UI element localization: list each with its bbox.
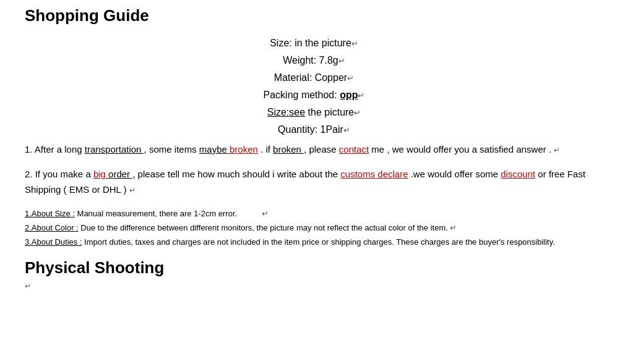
small-notes: 1.About Size : Manual measurement, there… <box>25 206 603 250</box>
note3-text: Import duties, taxes and charges are not… <box>82 237 555 247</box>
paragraph-1: 1. After a long transportation , some it… <box>25 142 603 158</box>
p2-order: order , <box>106 169 135 179</box>
p1-transportation: transportation , <box>85 144 147 154</box>
p1-contact: contact <box>339 144 369 154</box>
note1-label: 1.About Size : <box>25 209 75 218</box>
paragraph-2: 2. If you make a big order , please tell… <box>25 166 603 198</box>
note-1: 1.About Size : Manual measurement, there… <box>25 206 603 221</box>
note1-text: Manual measurement, there are 1-2cm erro… <box>75 209 237 218</box>
spec-size: Size: in the picture↵ <box>25 38 603 49</box>
packing-label: Packing method: <box>264 90 340 100</box>
p2-pre: 2. If you make a <box>25 169 93 179</box>
p1-broken1: broken <box>227 144 258 154</box>
material-text: Material: Copper <box>274 72 347 83</box>
p1-post: me , we would offer you a satisfied answ… <box>369 144 551 154</box>
p2-mid1: please tell me how much should i write a… <box>135 169 340 179</box>
weight-text: Weight: 7.8g <box>283 55 338 66</box>
p1-mid1: some items <box>147 144 199 154</box>
p1-broken2: broken , <box>273 144 306 154</box>
p1-mid2: . if <box>258 144 273 154</box>
sizeref-rest: the picture <box>305 107 354 117</box>
packing-value: opp <box>340 90 358 100</box>
note2-label: 2.About Color : <box>25 223 79 232</box>
quantity-text: Quantity: 1Pair <box>278 124 343 135</box>
note3-label: 3.About Duties : <box>25 237 82 247</box>
spec-weight: Weight: 7.8g↵ <box>25 55 603 66</box>
p1-pre: 1. After a long <box>25 144 85 154</box>
physical-shooting-return: ↵ <box>25 280 603 290</box>
note2-text: Due to the difference between different … <box>79 223 448 232</box>
p1-mid3: please <box>306 144 339 154</box>
p1-maybe: maybe <box>199 144 227 154</box>
p2-customs: customs declare <box>340 169 408 179</box>
note-3: 3.About Duties : Import duties, taxes an… <box>25 235 603 249</box>
spec-packing: Packing method: opp↵ <box>25 90 603 101</box>
sizeref-underline: Size:see <box>267 107 305 117</box>
p2-mid2: .we would offer some <box>408 169 501 179</box>
p2-big: big <box>93 169 106 179</box>
spec-material: Material: Copper↵ <box>25 72 603 83</box>
physical-shooting-title: Physical Shooting <box>25 258 603 277</box>
p2-discount: discount <box>501 169 535 179</box>
note-2: 2.About Color : Due to the difference be… <box>25 221 603 235</box>
spec-quantity: Quantity: 1Pair↵ <box>25 124 603 135</box>
page-title: Shopping Guide <box>25 6 603 25</box>
spec-sizeref: Size:see the picture↵ <box>25 107 603 118</box>
size-text: Size: in the picture <box>270 38 351 48</box>
